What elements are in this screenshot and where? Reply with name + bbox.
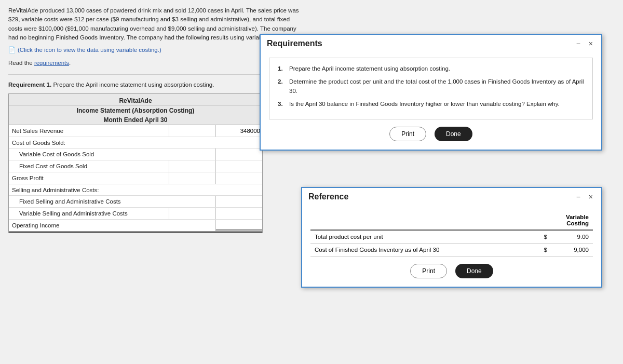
variable-selling-input1[interactable] bbox=[169, 208, 215, 219]
fixed-selling-row: Fixed Selling and Administrative Costs bbox=[9, 196, 262, 208]
requirement-item-2: 2. Determine the product cost per unit a… bbox=[278, 77, 584, 96]
net-sales-input2[interactable] bbox=[215, 125, 262, 137]
fixed-cogs-input2[interactable] bbox=[215, 160, 262, 172]
requirement-item-3: 3. Is the April 30 balance in Finished G… bbox=[278, 100, 584, 109]
statement-period: Month Ended April 30 bbox=[9, 115, 262, 125]
req-num-3: 3. bbox=[278, 100, 286, 109]
requirements-done-button[interactable]: Done bbox=[435, 127, 472, 141]
ref-row-2-value: 9,000 bbox=[551, 244, 593, 257]
intro-paragraph: ReVitalAde produced 13,000 cases of powd… bbox=[8, 6, 303, 42]
fixed-selling-input[interactable] bbox=[215, 196, 262, 207]
req-text-2: Determine the product cost per unit and … bbox=[289, 77, 584, 96]
fixed-cogs-row: Fixed Cost of Goods Sold bbox=[9, 160, 262, 172]
variable-cogs-input[interactable] bbox=[215, 149, 262, 160]
reference-footer: Print Done bbox=[310, 264, 593, 278]
click-icon-row[interactable]: 📄 (Click the icon to view the data using… bbox=[8, 46, 303, 53]
reference-close-button[interactable]: × bbox=[587, 193, 595, 201]
req-text-3: Is the April 30 balance in Finished Good… bbox=[289, 100, 560, 109]
variable-cogs-label: Variable Cost of Goods Sold bbox=[9, 150, 215, 158]
requirement-row: Requirement 1. Prepare the April income … bbox=[8, 81, 303, 88]
reference-print-button[interactable]: Print bbox=[410, 264, 447, 278]
requirements-minimize-button[interactable]: − bbox=[574, 39, 583, 48]
requirement-item-1: 1. Prepare the April income statement us… bbox=[278, 64, 584, 73]
variable-cogs-row: Variable Cost of Goods Sold bbox=[9, 149, 262, 160]
variable-selling-input2[interactable] bbox=[215, 208, 262, 219]
reference-dialog-header: Reference − × bbox=[302, 188, 601, 206]
requirements-dialog: Requirements − × 1. Prepare the April in… bbox=[260, 34, 602, 151]
operating-income-input[interactable] bbox=[215, 220, 262, 231]
company-name: ReVitalAde bbox=[9, 94, 262, 106]
variable-selling-label: Variable Selling and Administrative Cost… bbox=[9, 209, 169, 218]
ref-row-1-label: Total product cost per unit bbox=[310, 230, 540, 244]
requirements-footer: Print Done bbox=[269, 127, 593, 141]
income-table: ReVitalAde Income Statement (Absorption … bbox=[8, 93, 263, 233]
requirements-dialog-header: Requirements − × bbox=[261, 35, 601, 52]
fixed-cogs-label: Fixed Cost of Goods Sold bbox=[9, 162, 169, 170]
variable-selling-row: Variable Selling and Administrative Cost… bbox=[9, 208, 262, 220]
doc-icon: 📄 bbox=[8, 46, 16, 53]
requirements-box: 1. Prepare the April income statement us… bbox=[269, 58, 593, 119]
ref-col-label-header bbox=[310, 211, 540, 230]
statement-title: Income Statement (Absorption Costing) bbox=[9, 106, 262, 115]
net-sales-row: Net Sales Revenue bbox=[9, 125, 262, 137]
requirements-title: Requirements bbox=[267, 39, 322, 48]
gross-profit-input2[interactable] bbox=[215, 172, 262, 184]
ref-row-2: Cost of Finished Goods Inventory as of A… bbox=[310, 244, 593, 257]
reference-done-button[interactable]: Done bbox=[455, 264, 493, 278]
requirement-number: Requirement 1. bbox=[8, 82, 51, 88]
reference-title: Reference bbox=[308, 192, 348, 201]
reference-dialog-controls: − × bbox=[574, 193, 595, 201]
separator bbox=[8, 74, 303, 75]
fixed-selling-label: Fixed Selling and Administrative Costs bbox=[9, 197, 215, 206]
ref-row-2-label: Cost of Finished Goods Inventory as of A… bbox=[310, 244, 540, 257]
reference-dialog-body: Variable Costing Total product cost per … bbox=[302, 206, 601, 287]
reference-table: Variable Costing Total product cost per … bbox=[310, 211, 593, 257]
operating-income-row: Operating Income bbox=[9, 220, 262, 233]
requirements-print-button[interactable]: Print bbox=[389, 127, 426, 141]
fixed-cogs-input1[interactable] bbox=[169, 160, 215, 172]
ref-col-value-header: Variable Costing bbox=[551, 211, 593, 230]
ref-col-dollar-header bbox=[540, 211, 551, 230]
gross-profit-row: Gross Profit bbox=[9, 172, 262, 184]
requirement-text: Prepare the April income statement using… bbox=[53, 82, 214, 88]
requirements-link[interactable]: requirements bbox=[34, 60, 69, 66]
cogs-header-row: Cost of Goods Sold: bbox=[9, 137, 262, 149]
reference-dialog: Reference − × Variable Costing Total pro… bbox=[301, 187, 602, 288]
ref-row-2-dollar: $ bbox=[540, 244, 551, 257]
ref-row-1-dollar: $ bbox=[540, 230, 551, 244]
requirements-dialog-controls: − × bbox=[574, 39, 595, 48]
gross-profit-input1[interactable] bbox=[169, 172, 215, 184]
gross-profit-label: Gross Profit bbox=[9, 174, 169, 182]
req-text-1: Prepare the April income statement using… bbox=[289, 64, 450, 73]
ref-row-1: Total product cost per unit $ 9.00 bbox=[310, 230, 593, 244]
req-num-1: 1. bbox=[278, 64, 286, 73]
selling-admin-label: Selling and Administrative Costs: bbox=[9, 186, 262, 194]
req-num-2: 2. bbox=[278, 77, 286, 96]
requirements-list: 1. Prepare the April income statement us… bbox=[278, 64, 584, 109]
read-requirements-row: Read the requirements. bbox=[8, 60, 303, 66]
net-sales-label: Net Sales Revenue bbox=[9, 127, 169, 135]
ref-table-header-row: Variable Costing bbox=[310, 211, 593, 230]
requirements-dialog-body: 1. Prepare the April income statement us… bbox=[261, 52, 601, 150]
selling-admin-header-row: Selling and Administrative Costs: bbox=[9, 184, 262, 196]
reference-minimize-button[interactable]: − bbox=[574, 193, 583, 201]
click-icon-label: (Click the icon to view the data using v… bbox=[18, 47, 161, 53]
requirements-close-button[interactable]: × bbox=[587, 39, 595, 48]
operating-income-label: Operating Income bbox=[9, 221, 215, 230]
ref-row-1-value: 9.00 bbox=[551, 230, 593, 244]
cogs-label: Cost of Goods Sold: bbox=[9, 139, 262, 147]
net-sales-input1[interactable] bbox=[169, 125, 215, 137]
read-label: Read the bbox=[8, 60, 34, 66]
